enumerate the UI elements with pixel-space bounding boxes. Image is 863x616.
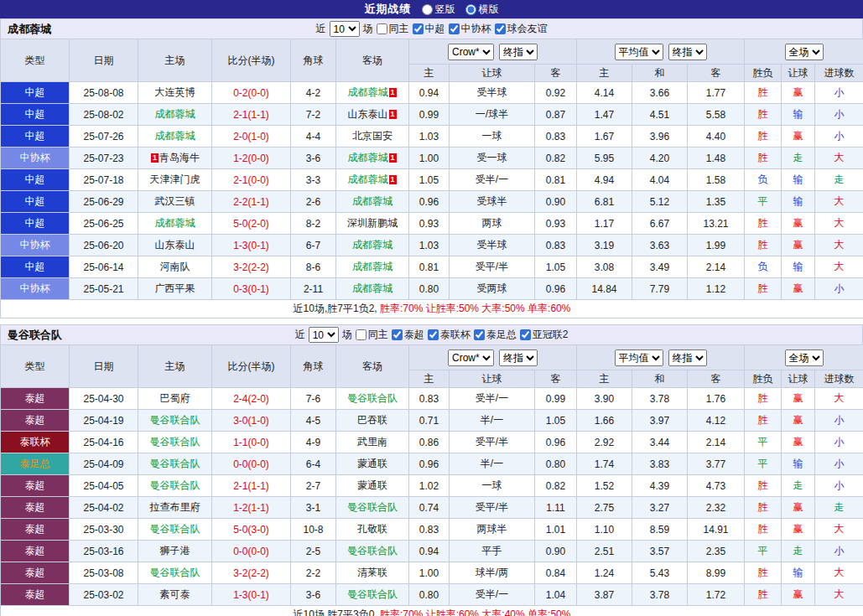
vertical-layout-radio[interactable]: [422, 4, 433, 15]
date-cell: 25-05-21: [70, 278, 138, 300]
avg-draw-cell: 8.59: [632, 519, 688, 541]
away-team-name: 清莱联: [357, 567, 387, 578]
match-rows: 泰超25-04-30巴蜀府2-4(2-0)7-6曼谷联合队0.83受半/一0.9…: [1, 388, 863, 606]
away-team-name: 蒙通联: [357, 479, 387, 491]
avg-stage-select[interactable]: 终指: [668, 44, 707, 60]
home-team-cell: 山东泰山: [138, 235, 212, 256]
filter-option-泰联杯[interactable]: 泰联杯: [428, 328, 470, 342]
filter-checkbox-中协杯[interactable]: [449, 23, 460, 34]
match-row: 泰超25-03-30曼谷联合队5-0(3-0)10-8孔敬联0.83两球半1.0…: [1, 519, 863, 541]
home-team-name: 素可泰: [160, 588, 190, 600]
filter-checkbox-泰足总[interactable]: [474, 329, 485, 340]
away-odds-cell: 1.11: [535, 497, 577, 519]
type-cell: 泰联杯: [1, 432, 70, 453]
handicap-cell: 两球: [450, 213, 535, 235]
layout-option-vertical[interactable]: 竖版: [422, 3, 455, 17]
filter-option-泰超[interactable]: 泰超: [392, 328, 424, 342]
scope-select[interactable]: 全场: [785, 44, 824, 60]
filter-checkbox-中超[interactable]: [413, 23, 424, 34]
scope-select[interactable]: 全场: [785, 349, 824, 366]
home-odds-cell: 0.99: [409, 104, 450, 126]
handicap-result-cell: 输: [782, 191, 815, 213]
home-odds-cell: 0.94: [409, 541, 450, 562]
odds-stage-select[interactable]: 终指: [499, 349, 538, 366]
corners-cell: 6-7: [291, 235, 336, 256]
avg-home-cell: 2.51: [577, 541, 632, 562]
filter-option-中超[interactable]: 中超: [413, 22, 445, 36]
handicap-result-cell: 输: [782, 256, 815, 278]
date-cell: 25-03-30: [70, 519, 138, 541]
filter-option-亚冠联2[interactable]: 亚冠联2: [520, 328, 569, 342]
handicap-cell: 一球: [450, 475, 535, 497]
odds-stage-select[interactable]: 终指: [499, 44, 538, 60]
team-title: 曼谷联合队: [1, 328, 127, 343]
avg-stage-select[interactable]: 终指: [668, 349, 707, 366]
avg-away-cell: 5.58: [688, 104, 745, 126]
home-team-cell: 天津津门虎: [138, 169, 212, 191]
avg-dropdown-cell: 平均值终指: [577, 345, 745, 370]
match-row: 泰超25-04-02拉查布里府1-2(1-1)3-1曼谷联合队0.74受平/半1…: [1, 497, 863, 519]
match-rows: 中超25-08-08大连英博0-2(0-0)4-2成都蓉城10.94受半球0.9…: [1, 82, 863, 300]
avg-home-cell: 1.24: [577, 562, 632, 584]
handicap-cell: 受一球: [450, 148, 535, 169]
col-handicap: 让球: [450, 370, 535, 388]
avg-draw-cell: 4.20: [632, 148, 688, 169]
filter-option-同主[interactable]: 同主: [377, 22, 409, 36]
avg-source-select[interactable]: 平均值: [615, 349, 663, 366]
odds-source-select[interactable]: Crow*: [448, 349, 494, 366]
type-cell: 中超: [1, 126, 70, 148]
goals-cell: 小: [815, 410, 863, 432]
goals-cell: 大: [815, 388, 863, 410]
results-sections: 成都蓉城 近10场同主中超中协杯球会友谊 类型 日期 主场 比分(半场) 角球 …: [0, 18, 863, 616]
home-team-name: 拉查布里府: [150, 501, 200, 513]
match-row: 中超25-07-26成都蓉城2-0(1-0)4-4北京国安1.03一球0.831…: [1, 126, 863, 148]
filter-checkbox-label: 泰足总: [486, 328, 517, 342]
dropdown-header-row: 类型 日期 主场 比分(半场) 角球 客场 Crow*终指 平均值终指 全场: [1, 39, 863, 65]
home-odds-cell: 0.93: [409, 213, 450, 235]
result-cell: 胜: [745, 410, 782, 432]
avg-away-cell: 1.72: [688, 584, 745, 606]
filter-checkbox-球会友谊[interactable]: [495, 23, 506, 34]
col-handicap: 让球: [450, 65, 535, 82]
home-team-name: 河南队: [160, 261, 190, 272]
filter-checkbox-同主[interactable]: [377, 23, 387, 34]
filter-checkbox-亚冠联2[interactable]: [520, 329, 531, 340]
handicap-result-cell: 走: [782, 148, 815, 169]
date-cell: 25-04-05: [70, 475, 138, 497]
home-odds-cell: 0.86: [409, 432, 450, 453]
avg-away-cell: 1.99: [688, 235, 745, 256]
home-odds-cell: 1.03: [409, 126, 450, 148]
handicap-result-cell: 赢: [782, 278, 815, 300]
away-odds-cell: 0.93: [535, 213, 577, 235]
red-card-badge: 1: [389, 175, 397, 184]
filter-checkbox-同主[interactable]: [356, 329, 367, 340]
layout-option-horizontal[interactable]: 横版: [465, 3, 499, 17]
match-count-select[interactable]: 10: [309, 327, 339, 343]
horizontal-layout-radio[interactable]: [465, 4, 476, 15]
home-team-cell: 拉查布里府: [138, 497, 212, 519]
handicap-cell: 受半/一: [450, 169, 535, 191]
filter-option-同主[interactable]: 同主: [356, 328, 388, 342]
type-cell: 中超: [1, 191, 70, 213]
results-table: 类型 日期 主场 比分(半场) 角球 客场 Crow*终指 平均值终指 全场 主…: [0, 344, 863, 616]
match-count-select[interactable]: 10: [330, 21, 360, 37]
home-team-cell: 成都蓉城: [138, 104, 212, 126]
home-team-cell: 河南队: [138, 256, 212, 278]
avg-home-cell: 1.74: [577, 453, 632, 475]
odds-source-select[interactable]: Crow*: [448, 44, 494, 60]
score-cell: 2-1(1-1): [212, 475, 291, 497]
type-cell: 中超: [1, 104, 70, 126]
type-cell: 泰超: [1, 410, 70, 432]
filter-option-球会友谊[interactable]: 球会友谊: [495, 22, 548, 36]
filter-checkbox-泰联杯[interactable]: [428, 329, 439, 340]
matches-label: 场: [342, 328, 352, 342]
avg-home-cell: 1.47: [577, 104, 632, 126]
filter-option-中协杯[interactable]: 中协杯: [449, 22, 491, 36]
filter-option-泰足总[interactable]: 泰足总: [474, 328, 517, 342]
home-odds-cell: 0.96: [409, 453, 450, 475]
away-odds-cell: 0.80: [535, 453, 577, 475]
type-cell: 中协杯: [1, 235, 70, 256]
dropdown-header-row: 类型 日期 主场 比分(半场) 角球 客场 Crow*终指 平均值终指 全场: [1, 345, 863, 370]
filter-checkbox-泰超[interactable]: [392, 329, 403, 340]
avg-source-select[interactable]: 平均值: [615, 44, 663, 60]
